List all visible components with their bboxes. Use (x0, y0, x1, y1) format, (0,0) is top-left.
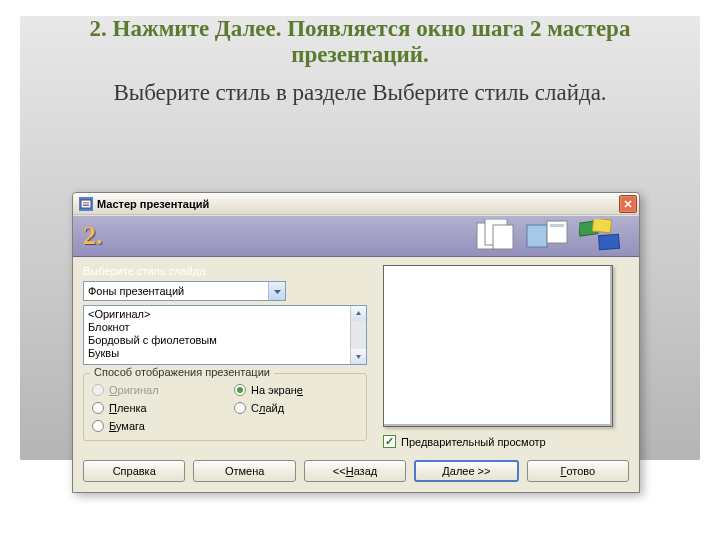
svg-rect-1 (83, 202, 89, 204)
list-item[interactable]: <Оригинал> (88, 308, 362, 321)
preview-checkbox-row[interactable]: Предварительный просмотр (383, 435, 629, 448)
radio-label: На экране (251, 384, 303, 396)
list-item[interactable]: Буквы (88, 347, 362, 360)
svg-rect-10 (592, 219, 611, 233)
scroll-up-icon[interactable] (351, 306, 366, 321)
slide-title: 2. Нажмите Далее. Появляется окно шага 2… (0, 0, 720, 74)
radio-paper[interactable]: Бумага (92, 420, 216, 432)
slide-subtitle: Выберите стиль в разделе Выберите стиль … (0, 74, 720, 118)
radio-icon (92, 384, 104, 396)
close-button[interactable] (619, 195, 637, 213)
display-mode-group: Способ отображения презентации Оригинал … (83, 373, 367, 441)
banner-icon-row (471, 219, 623, 253)
radio-label: Оригинал (109, 384, 159, 396)
svg-rect-2 (83, 204, 89, 206)
list-item[interactable]: Блокнот (88, 321, 362, 334)
next-button[interactable]: Далее >> (414, 460, 518, 482)
help-button[interactable]: Справка (83, 460, 185, 482)
preview-label: Предварительный просмотр (401, 436, 546, 448)
svg-rect-8 (550, 224, 564, 227)
display-group-legend: Способ отображения презентации (90, 366, 274, 378)
dropdown-icon[interactable] (268, 282, 285, 300)
background-combo[interactable]: Фоны презентаций (83, 281, 286, 301)
radio-slide[interactable]: Слайд (234, 402, 358, 414)
radio-original: Оригинал (92, 384, 216, 396)
style-section-label: Выберите стиль слайда (83, 265, 367, 277)
slide-preview (383, 265, 613, 427)
combo-value: Фоны презентаций (88, 285, 268, 297)
step-number: 2. (83, 221, 103, 251)
dialog-titlebar: Мастер презентаций (73, 193, 639, 215)
radio-screen[interactable]: На экране (234, 384, 358, 396)
radio-icon (92, 420, 104, 432)
radio-label: Слайд (251, 402, 284, 414)
svg-rect-5 (493, 225, 513, 249)
pages-icon (471, 219, 515, 253)
svg-rect-6 (527, 225, 547, 247)
color-slides-icon (579, 219, 623, 253)
wizard-banner: 2. (73, 215, 639, 257)
svg-rect-0 (81, 200, 91, 208)
radio-icon (234, 384, 246, 396)
finish-button[interactable]: Готово (527, 460, 629, 482)
list-item[interactable]: Бордовый с фиолетовым (88, 334, 362, 347)
back-button[interactable]: << Назад (304, 460, 406, 482)
cancel-button[interactable]: Отмена (193, 460, 295, 482)
dialog-title-text: Мастер презентаций (97, 198, 619, 210)
radio-label: Пленка (109, 402, 147, 414)
scroll-down-icon[interactable] (351, 349, 366, 364)
radio-icon (234, 402, 246, 414)
radio-label: Бумага (109, 420, 145, 432)
layout-icon (525, 219, 569, 253)
radio-film[interactable]: Пленка (92, 402, 216, 414)
checkbox-icon[interactable] (383, 435, 396, 448)
listbox-scrollbar[interactable] (350, 306, 366, 364)
svg-rect-11 (599, 234, 620, 249)
app-icon (79, 197, 93, 211)
radio-icon (92, 402, 104, 414)
dialog-button-bar: Справка Отмена << Назад Далее >> Готово (73, 452, 639, 492)
style-listbox[interactable]: <Оригинал> Блокнот Бордовый с фиолетовым… (83, 305, 367, 365)
wizard-dialog: Мастер презентаций 2. Выберите стиль сла… (72, 192, 640, 493)
